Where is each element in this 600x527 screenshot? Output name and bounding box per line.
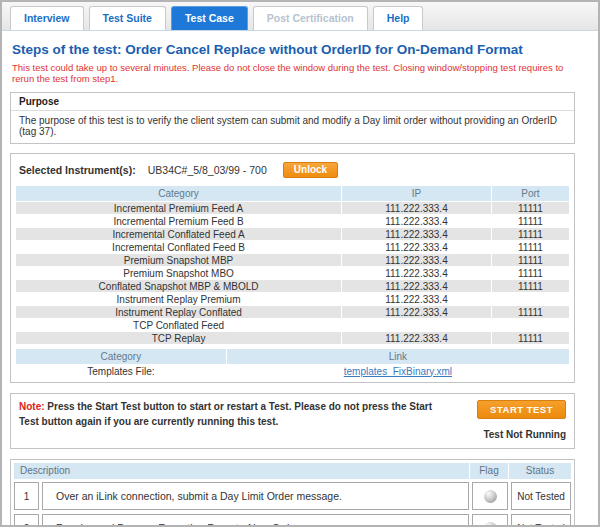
note-text: Note: Press the Start Test button to sta… (19, 400, 456, 440)
feeds-table-row: Premium Snapshot MBP111.222.333.411111 (16, 254, 569, 266)
steps-table-header: Description Flag Status (14, 463, 571, 479)
flag-ball-icon (484, 522, 497, 527)
feeds-table-row: Incremental Premium Feed A111.222.333.41… (16, 202, 569, 214)
templates-file-label: Templates File: (16, 365, 226, 377)
feeds-table-row: Instrument Replay Conflated111.222.333.4… (16, 306, 569, 318)
feeds-header-ip: IP (342, 186, 491, 201)
feeds-header-category: Category (16, 186, 341, 201)
test-status-text: Test Not Running (483, 429, 566, 440)
flag-ball-icon (484, 490, 497, 503)
step-status: Not Tested (511, 514, 571, 527)
feeds-table-row: TCP Conflated Feed (16, 319, 569, 331)
step-description: Over an iLink connection, submit a Day L… (42, 482, 469, 510)
instruments-panel: Selected Instrument(s): UB34C#_5/8_03/99… (10, 153, 575, 383)
note-actions: START TEST Test Not Running (456, 400, 566, 440)
tab-interview[interactable]: Interview (10, 6, 84, 30)
step-number: 2 (14, 514, 39, 527)
tab-test-case[interactable]: Test Case (171, 6, 248, 30)
note-body: Press the Start Test button to start or … (19, 401, 432, 427)
step-number: 1 (14, 482, 39, 510)
steps-header-flag: Flag (470, 463, 508, 479)
feeds-table-row: Incremental Conflated Feed A111.222.333.… (16, 228, 569, 240)
step-description: Receive and Process Execution Report - N… (42, 514, 469, 527)
tab-test-suite[interactable]: Test Suite (89, 6, 166, 30)
test-warning-text: This test could take up to several minut… (12, 62, 575, 84)
feeds-table-row: Instrument Replay Premium111.222.333.4 (16, 293, 569, 305)
selected-instrument-label: Selected Instrument(s): (19, 164, 136, 176)
purpose-header: Purpose (11, 93, 574, 111)
tab-post-certification: Post Certification (253, 6, 368, 30)
templates-table-row: Templates File: templates_FixBinary.xml (16, 365, 569, 377)
templates-header-category: Category (16, 349, 226, 364)
templates-table: Category Link Templates File: templates_… (15, 348, 570, 378)
feeds-table-row: Premium Snapshot MBO111.222.333.411111 (16, 267, 569, 279)
steps-header-status: Status (509, 463, 571, 479)
test-case-page: InterviewTest SuiteTest CasePost Certifi… (0, 0, 600, 527)
step-flag-cell (472, 482, 508, 510)
step-row-1: 1Over an iLink connection, submit a Day … (14, 482, 571, 510)
page-title: Steps of the test: Order Cancel Replace … (12, 42, 575, 57)
start-test-button[interactable]: START TEST (477, 400, 566, 419)
purpose-body: The purpose of this test is to verify th… (11, 111, 574, 143)
purpose-panel: Purpose The purpose of this test is to v… (10, 92, 575, 144)
steps-panel: Description Flag Status 1Over an iLink c… (10, 459, 575, 527)
note-label: Note: (19, 401, 45, 412)
step-row-2: 2Receive and Process Execution Report - … (14, 514, 571, 527)
unlock-button[interactable]: Unlock (283, 162, 338, 178)
feeds-table-body: Incremental Premium Feed A111.222.333.41… (16, 202, 569, 344)
tab-help[interactable]: Help (373, 6, 424, 30)
step-status: Not Tested (511, 482, 571, 510)
note-panel: Note: Press the Start Test button to sta… (10, 393, 575, 449)
selected-instrument-value: UB34C#_5/8_03/99 - 700 (148, 164, 267, 176)
feeds-table-row: Incremental Conflated Feed B111.222.333.… (16, 241, 569, 253)
steps-table-body: 1Over an iLink connection, submit a Day … (14, 482, 571, 527)
templates-file-link[interactable]: templates_FixBinary.xml (344, 366, 452, 377)
tab-bar: InterviewTest SuiteTest CasePost Certifi… (2, 2, 598, 31)
templates-header-link: Link (227, 349, 569, 364)
steps-header-description: Description (14, 463, 469, 479)
feeds-table-header: Category IP Port (16, 186, 569, 201)
feeds-table-row: Incremental Premium Feed B111.222.333.41… (16, 215, 569, 227)
selected-instrument-row: Selected Instrument(s): UB34C#_5/8_03/99… (15, 158, 570, 185)
step-flag-cell (472, 514, 508, 527)
feeds-table-row: Conflated Snapshot MBP & MBOLD111.222.33… (16, 280, 569, 292)
templates-table-header: Category Link (16, 349, 569, 364)
page-content: Steps of the test: Order Cancel Replace … (2, 31, 598, 527)
feeds-table-row: TCP Replay111.222.333.411111 (16, 332, 569, 344)
feeds-table: Category IP Port Incremental Premium Fee… (15, 185, 570, 345)
feeds-header-port: Port (492, 186, 569, 201)
